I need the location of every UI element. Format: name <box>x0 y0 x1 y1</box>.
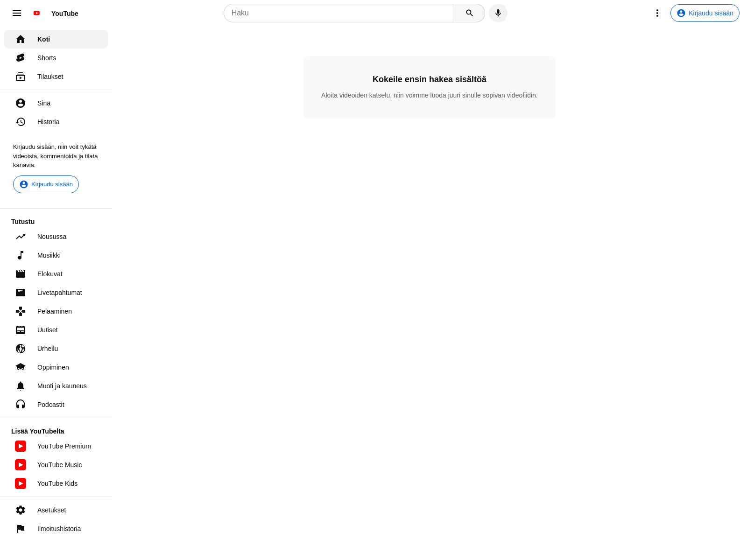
history-icon <box>15 116 26 127</box>
logo[interactable]: YouTube <box>34 7 83 19</box>
sidebar-item-tilaukset-label: Tilaukset <box>37 73 63 80</box>
search-icon <box>465 8 474 18</box>
person-icon <box>15 98 26 109</box>
sidebar: Koti Shorts Tilaukset <box>0 26 112 149</box>
search-input-wrapper <box>224 4 455 22</box>
youtube-logo-icon <box>34 7 49 19</box>
sidebar-item-historia[interactable]: Historia <box>4 112 108 131</box>
sidebar-nav-section: Koti Shorts Tilaukset <box>0 26 112 90</box>
signin-prompt-text: Kirjaudu sisään, niin voit tykätä videoi… <box>13 143 98 149</box>
sidebar-item-sina[interactable]: Sinä <box>4 94 108 112</box>
sidebar-item-koti[interactable]: Koti <box>4 30 108 49</box>
sidebar-item-sina-label: Sinä <box>37 99 50 107</box>
main-content: Kokeile ensin hakea sisältöä Aloita vide… <box>112 26 747 149</box>
account-circle-icon <box>677 8 686 18</box>
youtube-wordmark: YouTube <box>51 10 83 17</box>
header-signin-button[interactable]: Kirjaudu sisään <box>670 4 740 22</box>
sidebar-item-shorts[interactable]: Shorts <box>4 49 108 67</box>
sidebar-user-section: Sinä Historia Kirjaudu sisään, niin voit… <box>0 90 112 149</box>
mic-icon <box>493 8 503 18</box>
menu-button[interactable] <box>7 4 26 22</box>
empty-state-title: Kokeile ensin hakea sisältöä <box>318 75 541 84</box>
header-center <box>86 4 644 22</box>
sidebar-item-shorts-label: Shorts <box>37 54 56 62</box>
sidebar-item-historia-label: Historia <box>37 118 59 126</box>
more-vert-icon <box>652 7 663 19</box>
empty-state-card: Kokeile ensin hakea sisältöä Aloita vide… <box>303 56 556 119</box>
menu-icon <box>11 7 22 19</box>
empty-state-description: Aloita videoiden katselu, niin voimme lu… <box>318 90 541 100</box>
svg-text:YouTube: YouTube <box>51 10 78 17</box>
more-options-button[interactable] <box>648 4 667 22</box>
header-right: Kirjaudu sisään <box>648 4 740 22</box>
shorts-icon <box>15 52 26 63</box>
header-signin-label: Kirjaudu sisään <box>689 9 733 17</box>
header: YouTube <box>0 0 747 26</box>
sidebar-item-tilaukset[interactable]: Tilaukset <box>4 67 108 86</box>
layout: Koti Shorts Tilaukset <box>0 26 747 149</box>
mic-button[interactable] <box>489 4 507 22</box>
signin-prompt: Kirjaudu sisään, niin voit tykätä videoi… <box>7 137 105 149</box>
home-icon <box>15 34 26 45</box>
sidebar-item-koti-label: Koti <box>37 35 50 43</box>
header-left: YouTube <box>7 4 83 22</box>
search-input[interactable] <box>232 9 447 17</box>
subscriptions-icon <box>15 71 26 82</box>
search-button[interactable] <box>455 4 485 22</box>
search-form <box>224 4 485 22</box>
